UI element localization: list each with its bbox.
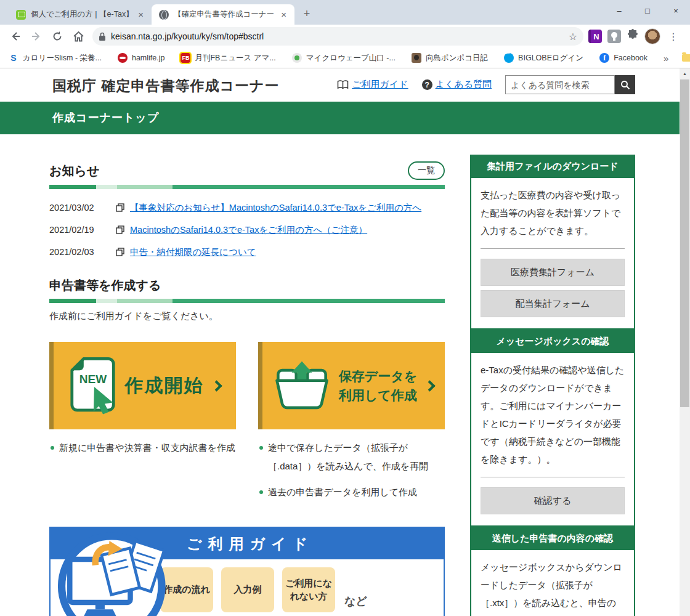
news-item: 2021/03/02 【事象対応のお知らせ】MacintoshのSafari14… bbox=[49, 197, 445, 219]
bookmark-star-icon[interactable]: ☆ bbox=[569, 31, 577, 43]
reload-icon[interactable] bbox=[48, 27, 67, 46]
bookmarks-overflow-icon[interactable]: » bbox=[664, 53, 668, 63]
bullet-item: 過去の申告書データを利用して作成 bbox=[258, 483, 445, 501]
divider bbox=[481, 248, 625, 249]
guide-etc-label: など bbox=[344, 594, 367, 609]
sidebar-section-title: メッセージボックスの確認 bbox=[470, 330, 635, 353]
profile-avatar[interactable] bbox=[644, 28, 660, 44]
breadcrumb-banner: 作成コーナートップ bbox=[0, 102, 690, 134]
bulb-extension-icon[interactable] bbox=[607, 30, 621, 43]
globe-favicon bbox=[159, 10, 169, 20]
page-viewport: 国税庁 確定申告書等作成コーナー ご利用ガイド ? よくある質問 作成 bbox=[0, 68, 690, 616]
hamlife-favicon bbox=[118, 53, 128, 63]
bookmark-microwave[interactable]: マイクロウェーブ山口 -... bbox=[292, 53, 396, 63]
news-link[interactable]: 【事象対応のお知らせ】MacintoshのSafari14.0.3でe-Taxを… bbox=[130, 202, 421, 214]
external-window-icon bbox=[116, 248, 124, 256]
tab-etax[interactable]: 個人でご利用の方 | 【e-Tax】国税電 × bbox=[9, 4, 152, 25]
sidebar-section-text: 支払った医療費の内容や受け取った配当等の内容を表計算ソフトで入力することができま… bbox=[481, 186, 625, 240]
bookmark-ponpoko[interactable]: 向島ポンポコ日記 bbox=[412, 53, 488, 63]
search-icon bbox=[620, 80, 630, 90]
tab-close-icon[interactable]: × bbox=[136, 9, 145, 20]
browser-window: 個人でご利用の方 | 【e-Tax】国税電 × 【確定申告書等作成コーナー】-作… bbox=[0, 0, 690, 616]
book-icon bbox=[337, 80, 349, 89]
scrollbar-up-icon[interactable]: ▲ bbox=[680, 68, 690, 79]
news-heading: お知らせ bbox=[49, 163, 99, 179]
sidebar-section-download: 集計用ファイルのダウンロード 支払った医療費の内容や受け取った配当等の内容を表計… bbox=[470, 155, 635, 330]
other-bookmarks[interactable]: その他のブックマーク bbox=[682, 53, 690, 63]
news-date: 2021/02/19 bbox=[49, 225, 116, 235]
search-button[interactable] bbox=[615, 75, 635, 94]
svg-text:NEW: NEW bbox=[79, 373, 106, 386]
bookmark-facebook[interactable]: fFacebook bbox=[599, 53, 647, 63]
puzzle-extensions-icon[interactable] bbox=[627, 29, 639, 44]
news-date: 2021/02/03 bbox=[49, 247, 116, 257]
question-icon: ? bbox=[422, 79, 432, 90]
create-heading: 申告書等を作成する bbox=[49, 277, 161, 294]
page-scrollbar[interactable]: ▲ bbox=[680, 68, 690, 616]
back-icon[interactable] bbox=[6, 27, 25, 46]
start-button-label: 作成開始 bbox=[125, 373, 204, 399]
bookmark-fbnews[interactable]: FB月刊FBニュース アマ... bbox=[181, 53, 275, 63]
news-item: 2021/02/03 申告・納付期限の延長について bbox=[49, 241, 445, 263]
guide-link[interactable]: ご利用ガイド bbox=[352, 79, 408, 91]
guide-button-examples[interactable]: 入力例 bbox=[221, 567, 274, 612]
slism-favicon: S bbox=[9, 53, 18, 63]
tab-close-icon[interactable]: × bbox=[279, 9, 288, 20]
guide-illustration bbox=[53, 529, 176, 616]
onenote-extension-icon[interactable]: N bbox=[588, 30, 602, 43]
news-link[interactable]: MacintoshのSafari14.0.3でe-Taxをご利用の方へ（ご注意） bbox=[130, 224, 367, 236]
sidebar-section-text: メッセージボックスからダウンロードしたデータ（拡張子が［.xtx］）を読み込むと… bbox=[481, 558, 625, 616]
usage-guide-panel[interactable]: ご利用ガイド bbox=[49, 527, 445, 616]
news-item: 2021/02/19 MacintoshのSafari14.0.3でe-Taxを… bbox=[49, 219, 445, 241]
external-window-icon bbox=[116, 225, 124, 234]
start-creation-button[interactable]: NEW 作成開始 bbox=[49, 342, 236, 429]
guide-button-cannot-use[interactable]: ご利用になれない方 bbox=[282, 567, 335, 612]
biglobe-favicon bbox=[504, 53, 514, 63]
resume-from-saved-button[interactable]: 保存データを 利用して作成 bbox=[258, 342, 445, 429]
sidebar-section-sent-return: 送信した申告書の内容の確認 メッセージボックスからダウンロードしたデータ（拡張子… bbox=[470, 527, 635, 616]
faq-link-wrap: ? よくある質問 bbox=[422, 79, 492, 91]
scrollbar-thumb[interactable] bbox=[680, 79, 689, 407]
external-window-icon bbox=[116, 203, 124, 212]
chevron-right-icon bbox=[424, 380, 436, 391]
minimize-button[interactable]: – bbox=[605, 0, 633, 21]
resume-bullet-list: 途中で保存したデータ（拡張子が［.data］）を読み込んで、作成を再開 過去の申… bbox=[258, 439, 445, 509]
faq-link[interactable]: よくある質問 bbox=[436, 79, 492, 91]
tab-strip: 個人でご利用の方 | 【e-Tax】国税電 × 【確定申告書等作成コーナー】-作… bbox=[0, 0, 690, 25]
site-header: 国税庁 確定申告書等作成コーナー ご利用ガイド ? よくある質問 bbox=[0, 68, 690, 102]
decorative-bar bbox=[49, 185, 445, 189]
bookmark-slism[interactable]: SカロリーSlism - 栄養... bbox=[9, 53, 102, 63]
news-link[interactable]: 申告・納付期限の延長について bbox=[130, 246, 256, 258]
confirm-messagebox-button[interactable]: 確認する bbox=[481, 487, 625, 514]
bookmark-hamlife[interactable]: hamlife.jp bbox=[118, 53, 165, 63]
address-bar[interactable]: keisan.nta.go.jp/kyoutu/ky/sm/top#bsctrl… bbox=[92, 27, 583, 46]
sidebar-section-text: e-Taxの受付結果の確認や送信したデータのダウンロードができます。ご利用にはマ… bbox=[481, 361, 625, 468]
facebook-favicon: f bbox=[599, 53, 609, 63]
pre-create-note: 作成前にご利用ガイドをご覧ください。 bbox=[49, 310, 445, 322]
faq-search-input[interactable] bbox=[505, 75, 615, 94]
news-list-button[interactable]: 一覧 bbox=[408, 161, 445, 180]
lock-icon bbox=[99, 32, 106, 41]
sidebar-section-title: 送信した申告書の内容の確認 bbox=[470, 527, 635, 550]
window-controls: – □ × bbox=[605, 0, 690, 21]
microwave-favicon bbox=[292, 53, 302, 63]
page-title: 国税庁 確定申告書等作成コーナー bbox=[52, 76, 279, 95]
divider bbox=[481, 477, 625, 477]
bullet-item: 新規に申告書や決算書・収支内訳書を作成 bbox=[49, 439, 258, 457]
sidebar-section-title: 集計用ファイルのダウンロード bbox=[470, 155, 635, 178]
maximize-button[interactable]: □ bbox=[633, 0, 662, 21]
medical-expense-form-button[interactable]: 医療費集計フォーム bbox=[481, 259, 625, 286]
dividend-form-button[interactable]: 配当集計フォーム bbox=[481, 290, 625, 317]
fbnews-favicon: FB bbox=[181, 53, 190, 63]
news-date: 2021/03/02 bbox=[49, 203, 116, 213]
browser-toolbar: keisan.nta.go.jp/kyoutu/ky/sm/top#bsctrl… bbox=[0, 25, 690, 48]
bookmark-biglobe[interactable]: BIGLOBEログイン bbox=[504, 53, 583, 63]
forward-icon[interactable] bbox=[27, 27, 46, 46]
tab-sakusei-corner[interactable]: 【確定申告書等作成コーナー】-作成コ × bbox=[152, 4, 294, 25]
chrome-menu-icon[interactable]: ⋮ bbox=[666, 31, 681, 43]
new-tab-button[interactable]: + bbox=[298, 5, 315, 22]
close-button[interactable]: × bbox=[662, 0, 690, 21]
home-icon[interactable] bbox=[69, 27, 87, 46]
guide-panel-title: ご利用ガイド bbox=[187, 534, 314, 554]
folder-icon bbox=[682, 54, 690, 62]
